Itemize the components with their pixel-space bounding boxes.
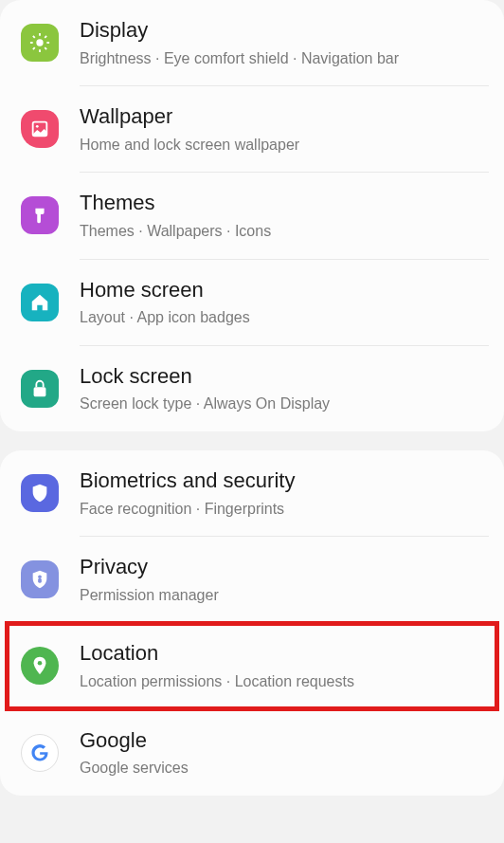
settings-item-lock-screen[interactable]: Lock screen Screen lock type · Always On… — [0, 346, 504, 431]
svg-point-0 — [36, 39, 43, 46]
item-title: Display — [80, 17, 487, 45]
item-text: Lock screen Screen lock type · Always On… — [80, 363, 487, 414]
item-text: Home screen Layout · App icon badges — [80, 277, 487, 328]
shield-icon — [21, 474, 59, 512]
item-subtitle: Layout · App icon badges — [80, 307, 487, 328]
svg-line-6 — [45, 47, 46, 49]
settings-item-biometrics[interactable]: Biometrics and security Face recognition… — [0, 450, 504, 536]
settings-item-google[interactable]: Google Google services — [0, 710, 504, 796]
item-subtitle: Brightness · Eye comfort shield · Naviga… — [80, 48, 487, 69]
item-title: Wallpaper — [80, 103, 487, 131]
item-title: Biometrics and security — [80, 467, 487, 495]
svg-line-7 — [33, 47, 35, 49]
display-icon — [21, 24, 59, 62]
settings-group-display: Display Brightness · Eye comfort shield … — [0, 0, 504, 431]
item-text: Google Google services — [80, 727, 487, 779]
item-title: Themes — [80, 190, 487, 217]
svg-line-5 — [33, 36, 35, 38]
highlight-box: Location Location permissions · Location… — [0, 623, 504, 708]
item-subtitle: Themes · Wallpapers · Icons — [80, 221, 487, 242]
item-subtitle: Home and lock screen wallpaper — [80, 135, 487, 156]
svg-point-10 — [36, 125, 39, 128]
themes-icon — [21, 196, 59, 234]
item-text: Privacy Permission manager — [80, 554, 487, 605]
svg-point-12 — [38, 576, 42, 579]
home-icon — [21, 284, 59, 321]
item-text: Location Location permissions · Location… — [80, 640, 487, 691]
item-subtitle: Screen lock type · Always On Display — [80, 394, 487, 414]
settings-item-display[interactable]: Display Brightness · Eye comfort shield … — [0, 0, 504, 85]
wallpaper-icon — [21, 110, 59, 148]
svg-rect-11 — [34, 387, 46, 396]
svg-point-14 — [38, 661, 43, 666]
item-title: Privacy — [80, 554, 487, 581]
item-text: Wallpaper Home and lock screen wallpaper — [80, 103, 487, 155]
item-text: Biometrics and security Face recognition… — [80, 467, 487, 519]
svg-line-8 — [45, 36, 46, 38]
privacy-shield-icon — [21, 560, 59, 598]
settings-item-themes[interactable]: Themes Themes · Wallpapers · Icons — [0, 173, 504, 258]
settings-group-security: Biometrics and security Face recognition… — [0, 450, 504, 796]
item-title: Lock screen — [80, 363, 487, 391]
location-pin-icon — [21, 647, 59, 685]
item-text: Themes Themes · Wallpapers · Icons — [80, 190, 487, 241]
settings-item-location[interactable]: Location Location permissions · Location… — [0, 623, 504, 708]
item-text: Display Brightness · Eye comfort shield … — [80, 17, 487, 68]
item-subtitle: Face recognition · Fingerprints — [80, 499, 487, 520]
item-title: Location — [80, 640, 487, 668]
item-subtitle: Google services — [80, 758, 487, 779]
lock-icon — [21, 370, 59, 408]
svg-rect-13 — [38, 578, 42, 583]
google-icon — [21, 734, 59, 772]
settings-item-wallpaper[interactable]: Wallpaper Home and lock screen wallpaper — [0, 86, 504, 172]
item-subtitle: Permission manager — [80, 585, 487, 606]
settings-item-privacy[interactable]: Privacy Permission manager — [0, 537, 504, 622]
item-title: Google — [80, 727, 487, 755]
item-subtitle: Location permissions · Location requests — [80, 671, 487, 692]
item-title: Home screen — [80, 277, 487, 304]
settings-item-home-screen[interactable]: Home screen Layout · App icon badges — [0, 260, 504, 345]
